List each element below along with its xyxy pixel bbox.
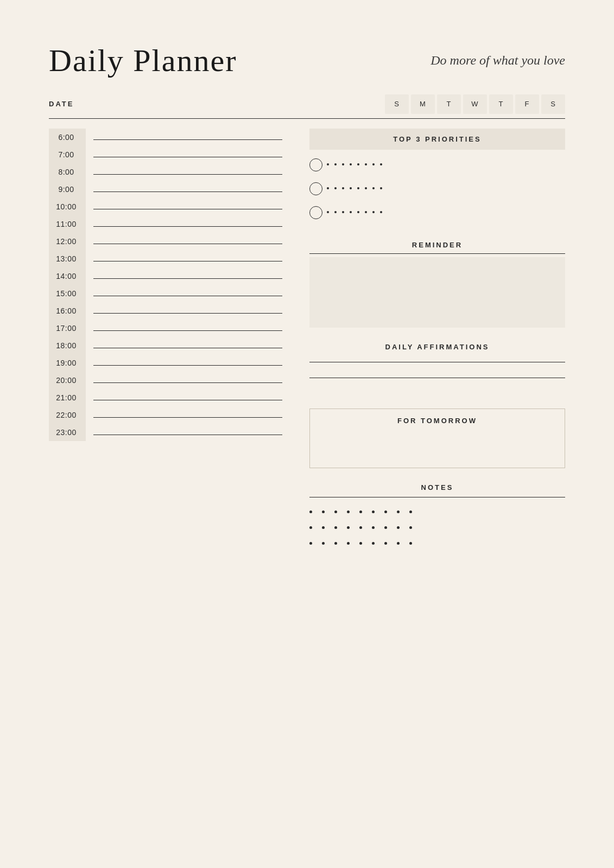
notes-dots-row-3 [309,542,565,545]
time-row-1600: 16:00 [49,302,282,320]
priority-1 [309,158,565,171]
time-row-1400: 14:00 [49,267,282,285]
notes-dot [322,542,325,545]
time-row-800: 8:00 [49,163,282,181]
reminder-section: REMINDER [309,241,565,328]
time-row-2100: 21:00 [49,389,282,406]
day-s1[interactable]: S [385,94,409,114]
dot [380,187,382,189]
time-row-1900: 19:00 [49,354,282,372]
dot [372,187,375,189]
priority-1-dots [327,163,565,167]
day-t1[interactable]: T [437,94,461,114]
days-row: S M T W T F S [383,94,565,114]
notes-dot [359,510,362,513]
time-row-2300: 23:00 [49,424,282,441]
time-row-1800: 18:00 [49,337,282,354]
notes-dot [397,526,400,529]
notes-dot [309,526,312,529]
time-1700: 17:00 [49,320,86,337]
main-content: 6:00 7:00 8:00 9:00 10:00 11:00 [49,129,565,558]
dot [342,187,344,189]
time-row-2200: 22:00 [49,406,282,424]
notes-dot [334,526,337,529]
time-1300: 13:00 [49,250,86,267]
right-column: TOP 3 PRIORITIES [309,129,565,558]
notes-dot [384,542,387,545]
affirmations-label: DAILY AFFIRMATIONS [309,343,565,351]
dot [334,187,337,189]
time-row-2000: 20:00 [49,372,282,389]
notes-dot [309,542,312,545]
notes-dot [372,510,375,513]
dot [365,163,367,165]
page-title: Daily Planner [49,43,237,78]
day-s2[interactable]: S [541,94,565,114]
reminder-box[interactable] [309,257,565,328]
dot [357,187,359,189]
dot [372,163,375,165]
time-800: 8:00 [49,163,86,181]
subtitle: Do more of what you love [431,53,565,68]
priorities-header: TOP 3 PRIORITIES [309,129,565,150]
priorities-section: TOP 3 PRIORITIES [309,129,565,230]
time-2200: 22:00 [49,406,86,424]
notes-dot [347,510,350,513]
dot [365,211,367,213]
priority-3-circle[interactable] [309,206,322,219]
header-right: Do more of what you love [431,49,565,68]
time-1200: 12:00 [49,233,86,250]
priority-1-circle[interactable] [309,158,322,171]
header: Daily Planner Do more of what you love [49,43,565,78]
header-left: Daily Planner [49,43,237,78]
notes-dot [409,526,412,529]
time-row-600: 6:00 [49,129,282,146]
notes-dot [322,510,325,513]
time-row-1300: 13:00 [49,250,282,267]
day-m[interactable]: M [411,94,435,114]
time-1400: 14:00 [49,267,86,285]
priority-2 [309,182,565,195]
dot [327,163,329,165]
tomorrow-box[interactable]: FOR TOMORROW [309,409,565,468]
time-row-900: 9:00 [49,181,282,198]
tomorrow-label: FOR TOMORROW [318,417,557,425]
notes-dot [347,542,350,545]
dot [357,211,359,213]
dot [334,211,337,213]
day-w[interactable]: W [463,94,487,114]
dot [342,163,344,165]
notes-underline [309,497,565,497]
notes-dot [372,542,375,545]
time-row-1100: 11:00 [49,215,282,233]
time-row-1000: 10:00 [49,198,282,215]
dot [350,163,352,165]
time-1800: 18:00 [49,337,86,354]
date-row: DATE S M T W T F S [49,94,565,119]
dot [327,211,329,213]
priority-2-circle[interactable] [309,182,322,195]
dot [350,211,352,213]
notes-dot [384,526,387,529]
reminder-label: REMINDER [309,241,565,249]
time-row-1500: 15:00 [49,285,282,302]
notes-dot [372,526,375,529]
time-2300: 23:00 [49,424,86,441]
dot [365,187,367,189]
affirmations-section: DAILY AFFIRMATIONS [309,343,565,393]
notes-section: NOTES [309,483,565,558]
notes-dot [334,510,337,513]
notes-dot [397,510,400,513]
notes-dots-row-2 [309,526,565,529]
notes-dot [409,542,412,545]
notes-label: NOTES [309,483,565,492]
time-row-700: 7:00 [49,146,282,163]
day-f[interactable]: F [515,94,539,114]
tomorrow-section: FOR TOMORROW [309,409,565,468]
priority-2-dots [327,187,565,190]
time-1000: 10:00 [49,198,86,215]
notes-dot [334,542,337,545]
time-1600: 16:00 [49,302,86,320]
time-row-1200: 12:00 [49,233,282,250]
day-t2[interactable]: T [489,94,513,114]
